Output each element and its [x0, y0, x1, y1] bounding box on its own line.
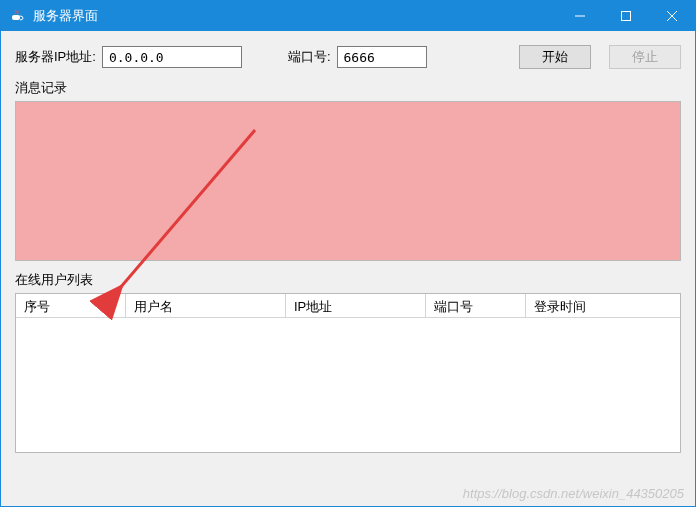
col-index[interactable]: 序号 — [16, 294, 126, 317]
log-textarea[interactable] — [15, 101, 681, 261]
window-title: 服务器界面 — [33, 7, 557, 25]
col-port[interactable]: 端口号 — [426, 294, 526, 317]
svg-rect-0 — [12, 15, 20, 20]
content-area: 服务器IP地址: 端口号: 开始 停止 消息记录 在线用户列表 序号 用户名 I… — [1, 31, 695, 506]
port-label: 端口号: — [288, 48, 331, 66]
svg-rect-2 — [622, 12, 631, 21]
titlebar: 服务器界面 — [1, 1, 695, 31]
user-table: 序号 用户名 IP地址 端口号 登录时间 — [15, 293, 681, 453]
table-header: 序号 用户名 IP地址 端口号 登录时间 — [16, 294, 680, 318]
start-button[interactable]: 开始 — [519, 45, 591, 69]
maximize-button[interactable] — [603, 1, 649, 31]
port-input[interactable] — [337, 46, 427, 68]
ip-input[interactable] — [102, 46, 242, 68]
minimize-button[interactable] — [557, 1, 603, 31]
close-button[interactable] — [649, 1, 695, 31]
log-title: 消息记录 — [15, 79, 681, 97]
col-username[interactable]: 用户名 — [126, 294, 286, 317]
col-ip[interactable]: IP地址 — [286, 294, 426, 317]
table-body[interactable] — [16, 318, 680, 452]
stop-button: 停止 — [609, 45, 681, 69]
config-row: 服务器IP地址: 端口号: 开始 停止 — [15, 45, 681, 69]
window-controls — [557, 1, 695, 31]
app-window: 服务器界面 服务器IP地址: 端口号: 开始 停止 消息记录 — [0, 0, 696, 507]
java-icon — [9, 8, 25, 24]
userlist-title: 在线用户列表 — [15, 271, 681, 289]
ip-label: 服务器IP地址: — [15, 48, 96, 66]
col-logintime[interactable]: 登录时间 — [526, 294, 680, 317]
